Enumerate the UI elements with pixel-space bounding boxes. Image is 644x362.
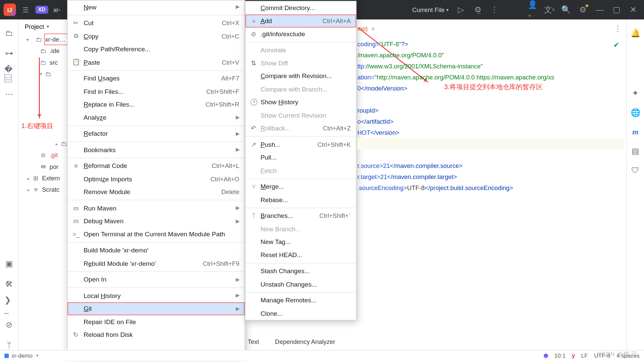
submenu-item[interactable]: ᛉBranches...Ctrl+Shift+` [246,209,356,222]
left-tool-rail: 🗀 ⊶ �⿳ ⋯ ▣ 🛠 ❯_ ⊘ ᛘ [0,19,18,350]
web-icon[interactable]: 🌐 [631,108,640,118]
settings-icon[interactable]: ⚙ [579,5,587,14]
editor-tabs: mo) × ⋮ [357,21,624,36]
xd-badge: XD [35,6,48,14]
menu-item[interactable]: Rebuild Module 'xr-demo'Ctrl+Shift+F9 [68,257,245,270]
git-tool-icon[interactable]: ᛘ [4,340,14,350]
editor-bottom-tabs: Text Dependency Analyzer [246,335,625,349]
submenu-item[interactable]: Pull... [246,151,356,164]
menu-item[interactable]: ↻Reload from Disk [68,328,245,341]
minimize-icon[interactable]: — [595,5,604,14]
context-submenu-git: Commit Directory...＋AddCtrl+Alt+A⊘.git/i… [245,1,357,320]
encoding-y-icon[interactable]: ÿ [572,352,575,359]
right-tool-rail: 🔔 ✦ 🌐 m ▤ 🛡 [626,19,644,350]
submenu-item[interactable]: ⑂Merge... [246,180,356,193]
build-tool-icon[interactable]: 🛠 [4,279,14,289]
menu-item[interactable]: Find UsagesAlt+F7 [68,72,245,85]
project-tool-icon[interactable]: 🗀 [4,28,14,38]
menu-item[interactable]: Copy Path/Reference... [68,43,245,56]
maximize-icon[interactable]: ▢ [612,5,621,14]
maven-tool-icon[interactable]: m [632,127,638,137]
close-window-icon[interactable]: ✕ [629,5,638,14]
submenu-item[interactable]: New Tag... [246,235,356,248]
main-menu-icon[interactable]: ☰ [21,5,30,14]
editor-tab-more-icon[interactable]: ⋮ [614,24,625,34]
structure-tool-icon[interactable]: �⿳ [4,69,14,79]
commit-tool-icon[interactable]: ⊶ [4,49,14,58]
submenu-item[interactable]: ↗Push...Ctrl+Shift+K [246,138,356,151]
status-project[interactable]: xr-demo [11,352,33,359]
menu-item[interactable]: ⧉CopyCtrl+C [68,29,245,43]
app-logo: IJ [4,4,16,16]
editor-bottom-tab-deps[interactable]: Dependency Analyzer [275,338,335,345]
debug-icon[interactable]: ⚙̤ [473,5,482,14]
menu-item[interactable]: Build Module 'xr-demo' [68,244,245,257]
editor-bottom-tab-text[interactable]: Text [248,338,259,345]
submenu-item: New Branch... [246,222,356,235]
line-separator[interactable]: LF [581,352,588,359]
watermark: CSDN @惜.己 [597,350,638,358]
submenu-item[interactable]: ⊘.git/info/exclude [246,27,356,41]
submenu-item[interactable]: Stash Changes... [246,264,356,278]
ai-status-icon[interactable]: ⬢ [543,352,548,359]
run-icon[interactable]: ▷ [457,5,465,14]
editor-tab[interactable]: mo) [357,25,368,32]
context-menu-main: New▶✂CutCtrl+X⧉CopyCtrl+CCopy Path/Refer… [67,0,245,356]
ai-assistant-icon[interactable]: ✦ [632,88,639,98]
run-config-selector[interactable]: Current File ▾ [412,6,448,13]
submenu-item: Compare with Branch... [246,83,356,96]
terminal-tool-icon[interactable]: ❯_ [4,300,14,309]
submenu-item: Fetch [246,164,356,177]
submenu-item[interactable]: Compare with Revision... [246,70,356,83]
chevron-down-icon[interactable]: ▾ [36,353,39,358]
submenu-item: Show Current Revision [246,109,356,122]
submenu-item[interactable]: Reset HEAD... [246,248,356,261]
submenu-item: ⇅Show Diff [246,57,356,70]
submenu-item[interactable]: Rebase... [246,193,356,206]
menu-item[interactable]: Remove ModuleDelete [68,185,245,198]
more-tools-icon[interactable]: ⋯ [4,89,14,99]
services-tool-icon[interactable]: ▣ [4,259,14,269]
notifications-icon[interactable]: 🔔 [631,28,640,38]
menu-item[interactable]: Optimize ImportsCtrl+Alt+O [68,172,245,185]
translate-icon[interactable]: 文A [545,5,554,14]
search-icon[interactable]: 🔍 [562,5,571,14]
menu-item[interactable]: New▶ [68,0,245,13]
submenu-item[interactable]: Commit Directory... [246,1,356,14]
menu-item[interactable]: 📋PasteCtrl+V [68,56,245,69]
menu-item[interactable]: Bookmarks▶ [68,143,245,156]
tab-close-icon[interactable]: × [371,25,375,32]
code-with-me-icon[interactable]: 👤₊ [528,5,537,14]
menu-item[interactable]: mDebug Maven▶ [68,215,245,228]
submenu-item[interactable]: 🕑Show History [246,96,356,109]
annotation-arrow-1 [39,57,40,118]
menu-item[interactable]: Open In▶ [68,273,245,286]
problems-tool-icon[interactable]: ⊘ [4,320,14,330]
submenu-item: Annotate [246,44,356,57]
database-tool-icon[interactable]: ▤ [632,146,639,156]
chevron-down-icon: ▾ [47,24,49,29]
menu-item[interactable]: >_Open Terminal at the Current Maven Mod… [68,228,245,241]
menu-item[interactable]: Local History▶ [68,289,245,302]
submenu-item: ↶Rollback...Ctrl+Alt+Z [246,122,356,135]
submenu-item[interactable]: Unstash Changes... [246,278,356,291]
menu-item[interactable]: Repair IDE on File [68,315,245,328]
menu-item[interactable]: Refactor▶ [68,127,245,140]
menu-item[interactable]: ✂CutCtrl+X [68,16,245,29]
code-editor[interactable]: coding="UTF-8"?>/maven.apache.org/POM/4.… [357,39,624,334]
menu-item[interactable]: Analyze▶ [68,111,245,124]
project-name-truncated: xr- [53,6,61,13]
status-bar: xr-demo ▾ ⬢ 10:1 ÿ LF UTF-8 4 spaces [0,350,644,361]
status-indicator-icon [4,353,9,358]
menu-item[interactable]: mRun Maven▶ [68,201,245,215]
menu-item[interactable]: Replace in Files...Ctrl+Shift+R [68,98,245,111]
caret-position[interactable]: 10:1 [554,352,566,359]
submenu-item[interactable]: Clone... [246,307,356,320]
menu-item[interactable]: Git▶ [68,302,245,315]
menu-item[interactable]: ≡Reformat CodeCtrl+Alt+L [68,159,245,172]
submenu-item[interactable]: Manage Remotes... [246,294,356,307]
submenu-item[interactable]: ＋AddCtrl+Alt+A [246,14,356,27]
shield-icon[interactable]: 🛡 [631,166,639,175]
menu-item[interactable]: Find in Files...Ctrl+Shift+F [68,85,245,98]
more-actions-icon[interactable]: ⋮ [490,5,499,14]
